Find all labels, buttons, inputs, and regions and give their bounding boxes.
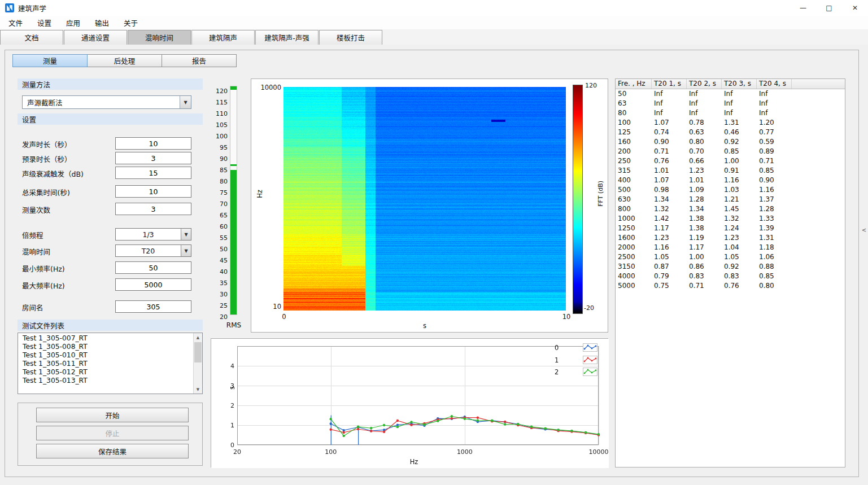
table-cell: Inf xyxy=(687,108,722,118)
table-row-18[interactable]: 31500.870.860.920.88 xyxy=(616,262,845,272)
list-item-2[interactable]: Test 1_305-010_RT xyxy=(18,351,193,360)
save-results-button[interactable]: 保存结果 xyxy=(36,444,189,458)
rms-tick-70: 70 xyxy=(213,200,228,208)
table-row-1[interactable]: 63InfInfInfInf xyxy=(616,99,845,108)
table-cell: 1.20 xyxy=(757,118,792,128)
menu-item-2[interactable]: 应用 xyxy=(59,18,88,28)
table-row-10[interactable]: 5000.981.091.031.16 xyxy=(616,185,845,195)
minimize-button[interactable]: — xyxy=(790,0,816,16)
measure-method-combobox[interactable]: 声源截断法 ▼ xyxy=(22,95,191,109)
table-row-0[interactable]: 50InfInfInfInf xyxy=(616,89,845,99)
table-row-3[interactable]: 1001.070.781.311.20 xyxy=(616,118,845,128)
table-row-11[interactable]: 6301.341.281.211.37 xyxy=(616,195,845,204)
field-input-2[interactable] xyxy=(115,167,191,179)
chevron-down-icon[interactable]: ▼ xyxy=(181,229,191,240)
file-list-scrollbar[interactable]: ▲ ▼ xyxy=(193,333,202,394)
stop-button[interactable]: 停止 xyxy=(36,426,189,440)
list-item-4[interactable]: Test 1_305-012_RT xyxy=(18,368,193,377)
combo-dropdown-button[interactable]: ▼ xyxy=(180,96,191,108)
table-row-7[interactable]: 2500.760.661.000.71 xyxy=(616,156,845,166)
table-cell: 0.59 xyxy=(757,137,792,147)
table-header-2[interactable]: T20 2, s xyxy=(687,79,722,89)
rms-tick-25: 25 xyxy=(213,302,228,310)
field-input-1[interactable] xyxy=(115,152,191,164)
field-select-5[interactable]: 1/3▼ xyxy=(115,228,191,241)
table-header-0[interactable]: Fre. , Hz xyxy=(616,79,652,89)
table-row-20[interactable]: 50000.750.710.760.80 xyxy=(616,281,845,291)
legend-item-0: 0 xyxy=(550,343,602,352)
collapse-panel-button[interactable]: < xyxy=(861,224,867,236)
table-header-filler xyxy=(792,79,845,89)
table-row-17[interactable]: 25001.051.001.051.06 xyxy=(616,252,845,262)
file-list-items: Test 1_305-007_RTTest 1_305-008_RTTest 1… xyxy=(18,334,193,394)
tab-0[interactable]: 文档 xyxy=(0,30,63,45)
field-input-0[interactable] xyxy=(115,137,191,150)
chevron-down-icon[interactable]: ▼ xyxy=(181,245,191,256)
table-row-12[interactable]: 8001.321.341.451.28 xyxy=(616,204,845,214)
scroll-down-icon[interactable]: ▼ xyxy=(194,385,202,394)
field-select-6[interactable]: T20▼ xyxy=(115,244,191,257)
field-input-3[interactable] xyxy=(115,185,191,198)
table-row-19[interactable]: 40000.790.830.830.85 xyxy=(616,272,845,281)
list-item-5[interactable]: Test 1_305-013_RT xyxy=(18,377,193,385)
table-cell: 200 xyxy=(616,147,652,156)
field-input-4[interactable] xyxy=(115,203,191,215)
menu-item-3[interactable]: 输出 xyxy=(88,18,116,28)
field-row-4: 测量次数 xyxy=(18,203,191,215)
subtab-1[interactable]: 后处理 xyxy=(87,54,162,67)
tab-1[interactable]: 通道设置 xyxy=(64,30,127,45)
table-header-3[interactable]: T20 3, s xyxy=(722,79,757,89)
list-item-0[interactable]: Test 1_305-007_RT xyxy=(18,334,193,343)
test-file-list[interactable]: Test 1_305-007_RTTest 1_305-008_RTTest 1… xyxy=(18,333,203,394)
table-cell: 0.79 xyxy=(652,272,687,281)
table-cell: 0.46 xyxy=(722,128,757,137)
table-row-4[interactable]: 1250.740.630.460.77 xyxy=(616,128,845,137)
field-input-7[interactable] xyxy=(115,261,191,274)
start-button[interactable]: 开始 xyxy=(36,408,189,422)
subtab-2[interactable]: 报告 xyxy=(162,54,237,67)
table-row-13[interactable]: 10001.421.381.321.33 xyxy=(616,214,845,224)
menu-item-0[interactable]: 文件 xyxy=(1,18,30,28)
tab-3[interactable]: 建筑隔声 xyxy=(191,30,255,45)
table-row-8[interactable]: 3151.011.230.910.85 xyxy=(616,166,845,176)
table-header-4[interactable]: T20 4, s xyxy=(757,79,792,89)
table-cell: Inf xyxy=(652,99,687,108)
rms-tick-95: 95 xyxy=(213,144,228,152)
table-row-15[interactable]: 16001.231.191.231.31 xyxy=(616,233,845,243)
table-row-9[interactable]: 4001.071.011.160.90 xyxy=(616,176,845,185)
table-cell: 1.34 xyxy=(687,204,722,214)
rms-tick-110: 110 xyxy=(213,110,228,118)
menu-item-4[interactable]: 关于 xyxy=(116,18,145,28)
close-button[interactable]: ✕ xyxy=(842,0,868,16)
table-row-5[interactable]: 1600.900.800.920.59 xyxy=(616,137,845,147)
rms-tick-55: 55 xyxy=(213,234,228,242)
table-row-14[interactable]: 12501.171.381.241.39 xyxy=(616,224,845,233)
table-cell: 1.00 xyxy=(722,156,757,166)
subtab-0[interactable]: 测量 xyxy=(12,54,88,67)
tab-4[interactable]: 建筑隔声-声强 xyxy=(255,30,319,45)
scrollbar-thumb[interactable] xyxy=(194,342,202,362)
table-row-6[interactable]: 2000.710.700.850.89 xyxy=(616,147,845,156)
side-collapse-strip: < xyxy=(860,50,868,477)
list-item-3[interactable]: Test 1_305-011_RT xyxy=(18,360,193,368)
table-row-2[interactable]: 80InfInfInfInf xyxy=(616,108,845,118)
table-header-1[interactable]: T20 1, s xyxy=(652,79,687,89)
tab-2[interactable]: 混响时间 xyxy=(128,30,191,45)
table-cell: 1.04 xyxy=(722,243,757,252)
legend-line-icon-0 xyxy=(583,343,597,353)
maximize-button[interactable]: □ xyxy=(816,0,842,16)
spectrogram-plot xyxy=(283,87,566,311)
field-input-9[interactable] xyxy=(115,300,191,313)
table-cell: 1.37 xyxy=(757,195,792,204)
tab-5[interactable]: 楼板打击 xyxy=(319,30,382,45)
menu-item-1[interactable]: 设置 xyxy=(30,18,59,28)
table-row-16[interactable]: 20001.161.171.041.18 xyxy=(616,243,845,252)
legend-label-2: 2 xyxy=(555,368,559,376)
field-input-8[interactable] xyxy=(115,278,191,291)
table-cell: 1.05 xyxy=(652,252,687,262)
table-cell: 1.01 xyxy=(652,166,687,176)
list-item-1[interactable]: Test 1_305-008_RT xyxy=(18,343,193,351)
scroll-up-icon[interactable]: ▲ xyxy=(194,333,202,342)
tab-bar: 文档通道设置混响时间建筑隔声建筑隔声-声强楼板打击 xyxy=(0,29,868,45)
rms-tick-75: 75 xyxy=(213,189,228,197)
